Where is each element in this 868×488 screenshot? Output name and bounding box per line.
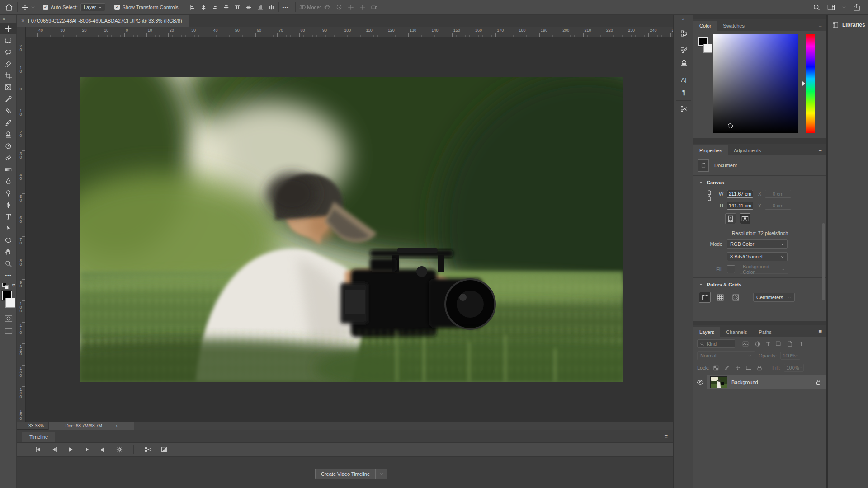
link-dimensions-icon[interactable] xyxy=(706,189,712,202)
crop-tool[interactable] xyxy=(0,70,17,81)
3d-roll-icon[interactable] xyxy=(335,4,343,11)
3d-slide-icon[interactable] xyxy=(359,4,366,11)
screen-mode-button[interactable] xyxy=(0,325,17,337)
filter-type-icon[interactable]: T xyxy=(766,340,770,347)
first-frame-button[interactable] xyxy=(33,446,43,453)
background-color-swatch[interactable] xyxy=(5,298,15,308)
pen-tool[interactable] xyxy=(0,199,17,211)
toggle-grid-button[interactable] xyxy=(714,292,726,303)
default-colors-icon[interactable] xyxy=(5,285,9,289)
hue-slider[interactable] xyxy=(806,34,815,133)
auto-select-target-dropdown[interactable]: Layer xyxy=(80,3,106,11)
tab-layers[interactable]: Layers xyxy=(693,327,720,337)
opacity-field[interactable]: 100% xyxy=(780,352,800,360)
audio-button[interactable] xyxy=(98,446,108,453)
align-left-edges-icon[interactable] xyxy=(189,4,196,11)
ellipse-shape-tool[interactable] xyxy=(0,234,17,246)
rectangular-marquee-tool[interactable] xyxy=(0,34,17,46)
create-video-timeline-button[interactable]: Create Video Timeline xyxy=(315,469,376,479)
snip-tools-panel-icon[interactable] xyxy=(674,103,694,115)
spot-healing-brush-tool[interactable] xyxy=(0,105,17,117)
distribute-horizontal-centers-icon[interactable] xyxy=(268,4,275,11)
quick-mask-button[interactable] xyxy=(0,313,17,324)
share-icon[interactable] xyxy=(853,3,861,11)
lock-transparent-icon[interactable] xyxy=(713,365,719,371)
libraries-header[interactable]: Libraries xyxy=(828,15,868,33)
timeline-tab[interactable]: Timeline xyxy=(22,432,55,442)
toggle-rulers-button[interactable] xyxy=(699,292,711,303)
status-chevron-icon[interactable]: › xyxy=(116,423,117,428)
create-timeline-dropdown[interactable] xyxy=(376,469,387,479)
chevron-down-icon[interactable] xyxy=(842,5,846,9)
gradient-tool[interactable] xyxy=(0,164,17,175)
show-transform-checkbox[interactable]: ✓ xyxy=(114,5,120,10)
history-brush-tool[interactable] xyxy=(0,140,17,152)
filter-image-icon[interactable] xyxy=(742,340,749,347)
3d-pan-icon[interactable] xyxy=(347,4,354,11)
fill-field[interactable]: 100% xyxy=(784,364,804,372)
auto-select-checkbox[interactable]: ✓ xyxy=(43,5,48,10)
align-vertical-centers-icon[interactable] xyxy=(245,4,252,11)
photo-canvas[interactable] xyxy=(80,77,623,382)
blend-mode-dropdown[interactable]: Normal xyxy=(697,351,755,360)
lock-position-icon[interactable] xyxy=(735,365,741,371)
width-field[interactable]: 211.67 cm xyxy=(727,190,753,198)
next-frame-button[interactable] xyxy=(82,446,92,453)
align-horizontal-centers-icon[interactable] xyxy=(200,4,207,11)
canvas-fill-dropdown[interactable]: Background Color xyxy=(740,265,788,274)
ruler-units-dropdown[interactable]: Centimeters xyxy=(753,293,795,302)
dodge-tool[interactable] xyxy=(0,187,17,199)
bit-depth-dropdown[interactable]: 8 Bits/Channel xyxy=(727,252,788,261)
vertical-ruler[interactable]: 2 01 001 02 03 04 05 06 07 08 09 01 0 01… xyxy=(17,37,26,422)
home-icon[interactable] xyxy=(5,3,14,12)
picker-background-swatch[interactable] xyxy=(703,44,712,53)
landscape-orientation-button[interactable] xyxy=(740,213,750,224)
filter-adjustment-icon[interactable] xyxy=(754,340,761,347)
options-more-button[interactable]: ••• xyxy=(283,5,289,10)
lock-all-icon[interactable] xyxy=(756,365,763,371)
layer-thumbnail[interactable] xyxy=(711,377,727,388)
canvas-section-header[interactable]: Canvas xyxy=(693,176,826,188)
tab-properties[interactable]: Properties xyxy=(693,145,728,155)
timeline-menu-icon[interactable]: ≡ xyxy=(664,433,668,440)
portrait-orientation-button[interactable] xyxy=(725,213,736,224)
object-selection-tool[interactable] xyxy=(0,58,17,70)
panel-menu-icon[interactable]: ≡ xyxy=(818,146,822,153)
move-tool[interactable] xyxy=(0,23,17,34)
saturation-brightness-box[interactable] xyxy=(713,34,798,133)
doc-size-readout[interactable]: Doc: 68.7M/68.7M › xyxy=(48,422,134,430)
path-selection-tool[interactable] xyxy=(0,222,17,234)
brush-tool[interactable] xyxy=(0,117,17,128)
align-top-edges-icon[interactable] xyxy=(234,4,241,11)
frame-tool[interactable] xyxy=(0,81,17,93)
eraser-tool[interactable] xyxy=(0,152,17,164)
3d-orbit-icon[interactable] xyxy=(324,4,331,11)
expand-panels-button[interactable]: « xyxy=(674,15,693,23)
tab-color[interactable]: Color xyxy=(693,21,717,31)
layer-visibility-toggle[interactable] xyxy=(693,375,707,389)
canvas-fill-swatch[interactable] xyxy=(727,265,735,273)
split-at-playhead-button[interactable] xyxy=(143,446,153,453)
rulers-grids-section-header[interactable]: Rulers & Grids xyxy=(693,278,826,290)
layer-locked-icon[interactable] xyxy=(816,379,821,385)
pasteboard[interactable] xyxy=(26,37,673,422)
current-tool-move[interactable] xyxy=(21,4,35,11)
search-icon[interactable] xyxy=(812,3,821,11)
filter-shape-icon[interactable] xyxy=(775,340,782,347)
filter-smart-object-icon[interactable] xyxy=(787,340,793,347)
type-tool[interactable] xyxy=(0,211,17,222)
character-panel-icon[interactable]: A| xyxy=(674,73,694,86)
x-field[interactable]: 0 cm xyxy=(765,190,791,198)
play-button[interactable] xyxy=(66,446,75,453)
panel-menu-icon[interactable]: ≡ xyxy=(818,328,822,335)
3d-camera-icon[interactable] xyxy=(371,4,378,11)
color-mode-dropdown[interactable]: RGB Color xyxy=(727,239,788,249)
workspace-switcher-icon[interactable] xyxy=(827,3,835,12)
lasso-tool[interactable] xyxy=(0,46,17,58)
tab-channels[interactable]: Channels xyxy=(720,327,753,337)
color-marker[interactable] xyxy=(728,123,733,128)
clone-stamp-tool[interactable] xyxy=(0,128,17,140)
properties-scrollbar[interactable] xyxy=(822,223,825,300)
layer-row-background[interactable]: Background xyxy=(693,375,826,389)
tab-swatches[interactable]: Swatches xyxy=(717,21,750,31)
